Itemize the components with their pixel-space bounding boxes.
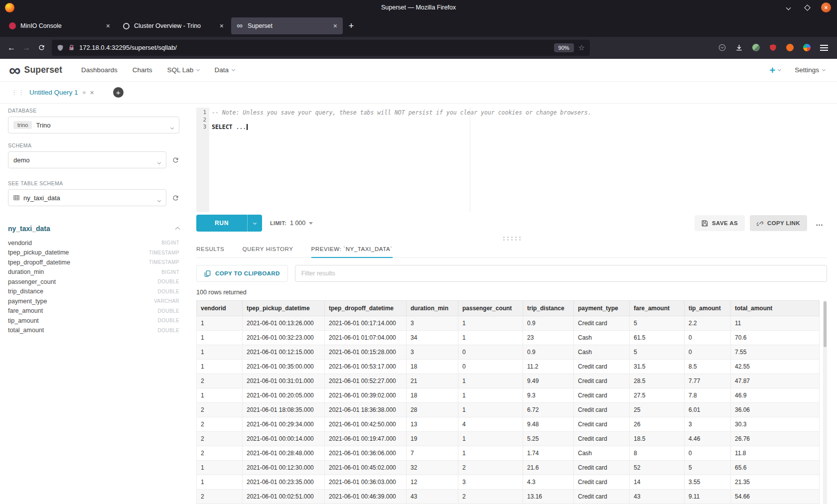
table-row[interactable]: 2 2021-06-01 00:31:01.000 2021-06-01 00:… xyxy=(197,374,820,388)
cell-duration-min: 13 xyxy=(407,417,458,432)
cell-dropoff-datetime: 2021-06-01 00:52:27.000 xyxy=(325,374,407,388)
drag-handle-icon[interactable]: ⋮⋮ xyxy=(11,89,25,96)
schema-select[interactable]: demo xyxy=(8,151,166,168)
column-header[interactable]: vendorid xyxy=(197,301,243,316)
window-close-button[interactable]: × xyxy=(821,2,831,12)
cell-passenger-count: 1 xyxy=(458,446,523,461)
column-header[interactable]: payment_type xyxy=(574,301,630,316)
cell-passenger-count: 1 xyxy=(458,316,523,331)
tracking-shield-icon[interactable] xyxy=(57,44,64,51)
table-row[interactable]: 1 2021-06-01 00:12:30.000 2021-06-01 00:… xyxy=(197,461,820,475)
more-options-button[interactable]: ... xyxy=(812,215,827,231)
column-header[interactable]: tpep_pickup_datetime xyxy=(243,301,325,316)
cell-duration-min: 18 xyxy=(407,360,458,374)
query-tab-close-icon[interactable]: × xyxy=(90,89,94,97)
nav-sql-lab[interactable]: SQL Lab xyxy=(167,66,200,74)
query-tab[interactable]: ⋮⋮ Untitled Query 1 × xyxy=(6,82,99,103)
extension-icon-2[interactable] xyxy=(786,44,794,51)
bookmark-star-icon[interactable]: ☆ xyxy=(578,43,585,52)
address-bar[interactable]: 172.18.0.4:32295/superset/sqllab/ 90% ☆ xyxy=(52,40,590,56)
nav-data[interactable]: Data xyxy=(214,66,235,74)
refresh-tables-button[interactable] xyxy=(172,194,179,202)
results-scrollbar[interactable] xyxy=(823,300,827,504)
tab-close-icon[interactable]: × xyxy=(105,22,111,29)
editor-content[interactable]: -- Note: Unless you save your query, the… xyxy=(209,108,827,212)
table-row[interactable]: 2 2021-06-01 00:02:51.000 2021-06-01 00:… xyxy=(197,490,820,504)
browser-tab-superset[interactable]: ∞ Superset × xyxy=(231,17,343,34)
cell-trip-distance: 9.3 xyxy=(523,388,574,403)
reload-button[interactable] xyxy=(34,40,49,55)
table-row[interactable]: 2 2021-06-01 18:08:35.000 2021-06-01 18:… xyxy=(197,403,820,417)
sql-statement-line: SELECT ... xyxy=(212,124,827,131)
column-header[interactable]: fare_amount xyxy=(630,301,685,316)
zoom-indicator[interactable]: 90% xyxy=(554,43,574,52)
add-query-tab-button[interactable]: + xyxy=(113,87,124,98)
tab-close-icon[interactable]: × xyxy=(332,22,338,29)
new-browser-tab-button[interactable]: + xyxy=(344,21,359,31)
window-maximize-button[interactable] xyxy=(802,2,812,12)
cell-tip-amount: 0 xyxy=(685,446,731,461)
pane-resize-handle[interactable] xyxy=(196,234,827,240)
window-minimize-button[interactable] xyxy=(783,2,793,12)
url-text[interactable]: 172.18.0.4:32295/superset/sqllab/ xyxy=(79,44,550,51)
tab-close-icon[interactable]: × xyxy=(219,22,225,29)
cell-payment-type: Credit card xyxy=(574,461,630,475)
save-as-button[interactable]: SAVE AS xyxy=(695,215,745,231)
pocket-icon[interactable] xyxy=(718,44,726,51)
scrollbar-thumb[interactable] xyxy=(824,301,827,347)
column-type: DOUBLE xyxy=(157,279,179,284)
nav-dashboards[interactable]: Dashboards xyxy=(81,66,118,74)
cell-vendorid: 1 xyxy=(197,345,243,360)
table-row[interactable]: 2 2021-06-01 00:28:48.000 2021-06-01 00:… xyxy=(197,446,820,461)
column-header[interactable]: duration_min xyxy=(407,301,458,316)
column-header[interactable]: passenger_count xyxy=(458,301,523,316)
table-row[interactable]: 2 2021-06-01 00:29:34.000 2021-06-01 00:… xyxy=(197,417,820,432)
copy-to-clipboard-button[interactable]: COPY TO CLIPBOARD xyxy=(196,265,288,282)
column-header[interactable]: total_amount xyxy=(731,301,820,316)
tab-query-history[interactable]: QUERY HISTORY xyxy=(242,240,293,257)
cell-fare-amount: 31.5 xyxy=(630,360,685,374)
table-select[interactable]: ny_taxi_data xyxy=(8,189,166,206)
table-row[interactable]: 2 2021-06-01 00:00:14.000 2021-06-01 00:… xyxy=(197,432,820,446)
table-row[interactable]: 1 2021-06-01 00:23:35.000 2021-06-01 00:… xyxy=(197,475,820,490)
column-header[interactable]: tip_amount xyxy=(685,301,731,316)
tab-preview[interactable]: PREVIEW: `NY_TAXI_DATA` xyxy=(311,240,393,257)
copy-link-button[interactable]: COPY LINK xyxy=(750,215,807,231)
insecure-lock-icon[interactable] xyxy=(68,44,75,51)
cell-passenger-count: 4 xyxy=(458,417,523,432)
browser-tab-minio[interactable]: MinIO Console × xyxy=(4,17,116,34)
menu-hamburger-icon[interactable] xyxy=(820,47,828,48)
forward-button[interactable]: → xyxy=(19,40,34,55)
column-header[interactable]: tpep_dropoff_datetime xyxy=(325,301,407,316)
tab-results[interactable]: RESULTS xyxy=(196,240,224,257)
settings-menu[interactable]: Settings xyxy=(795,66,825,74)
browser-tab-trino[interactable]: Cluster Overview - Trino × xyxy=(118,17,229,34)
nav-charts[interactable]: Charts xyxy=(133,66,152,74)
table-row[interactable]: 1 2021-06-01 00:35:00.000 2021-06-01 00:… xyxy=(197,360,820,374)
superset-logo[interactable]: ∞ Superset xyxy=(9,65,62,75)
ublock-shield-icon[interactable] xyxy=(769,44,777,51)
table-row[interactable]: 1 2021-06-01 00:13:26.000 2021-06-01 00:… xyxy=(197,316,820,331)
table-row[interactable]: 1 2021-06-01 00:12:15.000 2021-06-01 00:… xyxy=(197,345,820,360)
table-row[interactable]: 1 2021-06-01 00:32:23.000 2021-06-01 01:… xyxy=(197,331,820,345)
table-column-row: tpep_dropoff_datetime TIMESTAMP xyxy=(8,257,179,267)
column-header[interactable]: trip_distance xyxy=(523,301,574,316)
app-navigation: Dashboards Charts SQL Lab Data xyxy=(81,66,235,74)
table-row[interactable]: 1 2021-06-01 00:20:05.000 2021-06-01 00:… xyxy=(197,388,820,403)
downloads-icon[interactable] xyxy=(735,44,743,51)
extension-icon-3[interactable] xyxy=(803,44,811,51)
database-label: DATABASE xyxy=(8,108,179,114)
database-select[interactable]: trino Trino xyxy=(8,117,179,133)
run-button[interactable]: RUN xyxy=(196,215,247,232)
refresh-schemas-button[interactable] xyxy=(172,156,179,164)
limit-dropdown[interactable]: LIMIT: 1 000 xyxy=(270,220,313,227)
new-item-button[interactable]: + xyxy=(770,66,781,74)
column-name: passenger_count xyxy=(8,278,56,285)
filter-results-input[interactable] xyxy=(295,265,827,282)
collapse-panel-button[interactable] xyxy=(176,224,179,233)
sql-editor[interactable]: 123 -- Note: Unless you save your query,… xyxy=(196,108,827,212)
run-options-button[interactable] xyxy=(247,215,262,232)
extension-icon-1[interactable] xyxy=(752,44,760,51)
table-column-row: duration_min BIGINT xyxy=(8,267,179,277)
back-button[interactable]: ← xyxy=(4,40,19,55)
